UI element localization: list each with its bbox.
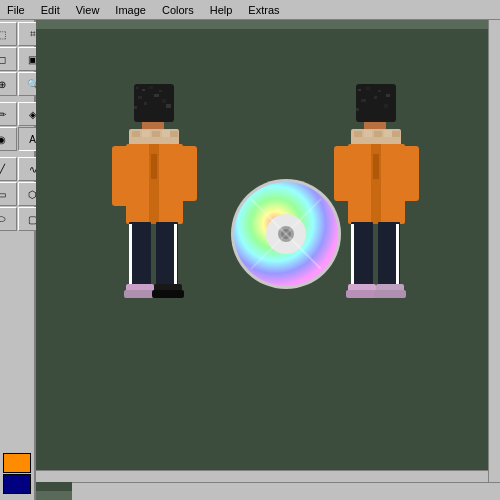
rect-tool[interactable]: ▭ — [0, 182, 17, 206]
vertical-scrollbar[interactable] — [488, 20, 500, 482]
svg-rect-29 — [124, 290, 156, 298]
svg-rect-65 — [346, 290, 378, 298]
menu-edit[interactable]: Edit — [36, 3, 65, 17]
menu-help[interactable]: Help — [205, 3, 238, 17]
pencil-tool[interactable]: ✏ — [0, 102, 17, 126]
color-palette — [1, 453, 33, 498]
svg-rect-17 — [162, 130, 170, 137]
svg-rect-26 — [129, 224, 132, 287]
svg-rect-41 — [366, 87, 370, 90]
svg-rect-57 — [373, 154, 379, 179]
svg-rect-15 — [142, 130, 150, 137]
svg-rect-42 — [378, 90, 381, 92]
background-color-swatch[interactable] — [3, 474, 31, 494]
svg-rect-7 — [154, 94, 159, 97]
svg-rect-51 — [364, 130, 372, 137]
svg-rect-4 — [149, 86, 153, 89]
svg-rect-58 — [334, 146, 352, 201]
svg-rect-5 — [159, 90, 162, 92]
menu-extras[interactable]: Extras — [243, 3, 284, 17]
svg-rect-45 — [374, 96, 377, 99]
menu-bar: File Edit View Image Colors Help Extras — [0, 0, 500, 20]
svg-rect-22 — [112, 146, 130, 206]
svg-rect-39 — [356, 84, 396, 122]
horizontal-scrollbar[interactable] — [36, 470, 488, 482]
svg-rect-44 — [361, 99, 366, 102]
svg-rect-60 — [351, 222, 373, 287]
svg-rect-14 — [132, 131, 140, 137]
svg-rect-50 — [354, 131, 362, 137]
drawing-canvas[interactable] — [36, 20, 500, 500]
svg-rect-23 — [179, 146, 197, 201]
svg-rect-31 — [152, 290, 184, 298]
svg-rect-54 — [392, 131, 400, 137]
svg-rect-24 — [129, 222, 151, 287]
svg-rect-52 — [374, 131, 382, 137]
ellipse-tool[interactable]: ⬭ — [0, 207, 17, 231]
svg-rect-62 — [351, 224, 354, 287]
svg-rect-67 — [374, 290, 406, 298]
svg-rect-11 — [166, 104, 171, 108]
menu-image[interactable]: Image — [110, 3, 151, 17]
svg-rect-59 — [401, 146, 419, 201]
line-tool[interactable]: ╱ — [0, 157, 17, 181]
svg-rect-18 — [170, 131, 178, 137]
svg-rect-10 — [134, 106, 137, 109]
svg-rect-6 — [138, 96, 142, 99]
svg-rect-47 — [356, 108, 359, 111]
svg-rect-21 — [151, 154, 157, 179]
svg-rect-1 — [134, 84, 174, 122]
status-bar — [72, 482, 500, 500]
airbrush-tool[interactable]: ◉ — [0, 127, 17, 151]
svg-rect-27 — [174, 224, 177, 287]
svg-rect-3 — [142, 89, 145, 91]
svg-rect-46 — [384, 104, 388, 108]
svg-rect-16 — [152, 131, 160, 137]
svg-rect-53 — [384, 130, 392, 137]
svg-rect-63 — [396, 224, 399, 287]
app-body: ⬚ ⌗ ◻ ▣ ⊕ 🔍 ✏ ◈ ◉ A ╱ ∿ ▭ ⬡ ⬭ — [0, 20, 500, 500]
menu-view[interactable]: View — [71, 3, 105, 17]
toolbar: ⬚ ⌗ ◻ ▣ ⊕ 🔍 ✏ ◈ ◉ A ╱ ∿ ▭ ⬡ ⬭ — [0, 20, 36, 500]
menu-file[interactable]: File — [2, 3, 30, 17]
svg-rect-8 — [144, 102, 147, 105]
select-rect-tool[interactable]: ⬚ — [0, 22, 17, 46]
canvas-area[interactable] — [36, 20, 500, 500]
eyedropper-tool[interactable]: ⊕ — [0, 72, 17, 96]
cd-disc — [231, 179, 341, 289]
svg-rect-40 — [358, 89, 361, 91]
svg-rect-43 — [386, 94, 390, 97]
foreground-color-swatch[interactable] — [3, 453, 31, 473]
svg-rect-2 — [136, 87, 138, 89]
eraser-tool[interactable]: ◻ — [0, 47, 17, 71]
menu-colors[interactable]: Colors — [157, 3, 199, 17]
svg-rect-9 — [162, 99, 166, 103]
